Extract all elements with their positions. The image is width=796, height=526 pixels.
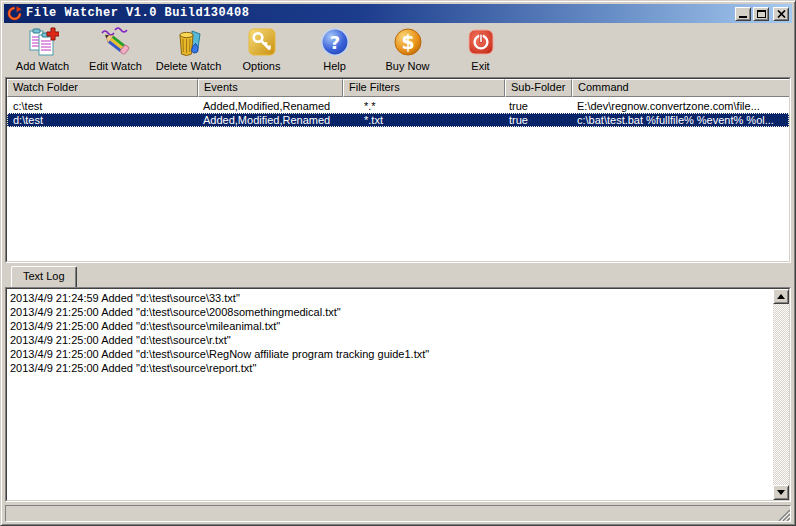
cell-file-filters: *.txt [343, 113, 505, 127]
toolbar-button-label: Edit Watch [89, 60, 142, 72]
delete-watch-button[interactable]: Delete Watch [152, 26, 225, 76]
log-line: 2013/4/9 21:25:00 Added "d:\test\source\… [10, 319, 773, 333]
log-line: 2013/4/9 21:24:59 Added "d:\test\source\… [10, 291, 773, 305]
log-line: 2013/4/9 21:25:00 Added "d:\test\source\… [10, 305, 773, 319]
add-watch-icon [27, 26, 59, 58]
maximize-icon [757, 10, 766, 18]
cell-sub-folder: true [505, 99, 572, 113]
column-header-command[interactable]: Command [572, 79, 790, 97]
toolbar-button-label: Add Watch [16, 60, 69, 72]
column-header-watch-folder[interactable]: Watch Folder [7, 79, 198, 97]
cell-events: Added,Modified,Renamed [198, 99, 343, 113]
cell-command: E:\dev\regnow.convertzone.com\file... [572, 99, 790, 113]
watch-row-c-test[interactable]: c:\test Added,Modified,Renamed *.* true … [7, 99, 789, 113]
minimize-icon [739, 16, 747, 18]
edit-watch-icon [100, 26, 132, 58]
up-arrow-icon [777, 294, 785, 299]
toolbar: Add Watch Edit Watch [4, 23, 792, 77]
tab-text-log[interactable]: Text Log [11, 266, 77, 287]
cell-file-filters: *.* [343, 99, 505, 113]
log-panel: 2013/4/9 21:24:59 Added "d:\test\source\… [5, 287, 791, 502]
watch-row-d-test[interactable]: d:\test Added,Modified,Renamed *.txt tru… [7, 113, 789, 127]
log-line: 2013/4/9 21:25:00 Added "d:\test\source\… [10, 347, 773, 361]
column-header-events[interactable]: Events [198, 79, 343, 97]
help-question-icon: ? [319, 26, 351, 58]
log-text-area[interactable]: 2013/4/9 21:24:59 Added "d:\test\source\… [7, 289, 773, 500]
buy-now-button[interactable]: $ Buy Now [371, 26, 444, 76]
options-button[interactable]: Options [225, 26, 298, 76]
window-title: File Watcher V1.0 Build130408 [26, 5, 733, 22]
scroll-track[interactable] [773, 304, 789, 485]
down-arrow-icon [777, 490, 785, 495]
app-icon[interactable] [7, 6, 22, 21]
exit-power-icon [465, 26, 497, 58]
log-line: 2013/4/9 21:25:00 Added "d:\test\source\… [10, 361, 773, 375]
list-body: c:\test Added,Modified,Renamed *.* true … [7, 97, 789, 261]
toolbar-button-label: Exit [471, 60, 489, 72]
maximize-button[interactable] [753, 7, 769, 21]
watch-list-panel: Watch Folder Events File Filters Sub-Fol… [5, 77, 791, 263]
status-bar [5, 505, 791, 522]
toolbar-button-label: Options [243, 60, 281, 72]
scroll-down-button[interactable] [773, 485, 789, 500]
delete-watch-icon [173, 26, 205, 58]
minimize-button[interactable] [735, 7, 751, 21]
options-key-icon [246, 26, 278, 58]
toolbar-button-label: Buy Now [385, 60, 429, 72]
add-watch-button[interactable]: Add Watch [6, 26, 79, 76]
cell-watch-folder: d:\test [7, 113, 198, 127]
buy-now-dollar-icon: $ [392, 26, 424, 58]
log-line: 2013/4/9 21:25:00 Added "d:\test\source\… [10, 333, 773, 347]
cell-watch-folder: c:\test [7, 99, 198, 113]
column-header-file-filters[interactable]: File Filters [343, 79, 505, 97]
resize-grip[interactable] [777, 508, 790, 521]
close-button[interactable] [773, 7, 789, 21]
toolbar-button-label: Help [323, 60, 346, 72]
log-pane: 2013/4/9 21:24:59 Added "d:\test\source\… [6, 288, 790, 501]
cell-events: Added,Modified,Renamed [198, 113, 343, 127]
log-scrollbar[interactable] [773, 289, 789, 500]
titlebar[interactable]: File Watcher V1.0 Build130408 [4, 4, 792, 23]
edit-watch-button[interactable]: Edit Watch [79, 26, 152, 76]
watch-list: Watch Folder Events File Filters Sub-Fol… [6, 78, 790, 262]
toolbar-button-label: Delete Watch [156, 60, 222, 72]
exit-button[interactable]: Exit [444, 26, 517, 76]
column-header-sub-folder[interactable]: Sub-Folder [505, 79, 572, 97]
log-tabstrip: Text Log [4, 263, 792, 287]
cell-command: c:\bat\test.bat %fullfile% %event% %ol..… [572, 113, 790, 127]
help-button[interactable]: ? Help [298, 26, 371, 76]
scroll-up-button[interactable] [773, 289, 789, 304]
app-window: File Watcher V1.0 Build130408 [0, 0, 796, 526]
cell-sub-folder: true [505, 113, 572, 127]
svg-text:$: $ [401, 31, 414, 53]
svg-text:?: ? [329, 32, 339, 53]
list-header: Watch Folder Events File Filters Sub-Fol… [7, 79, 789, 97]
close-icon [777, 10, 786, 18]
